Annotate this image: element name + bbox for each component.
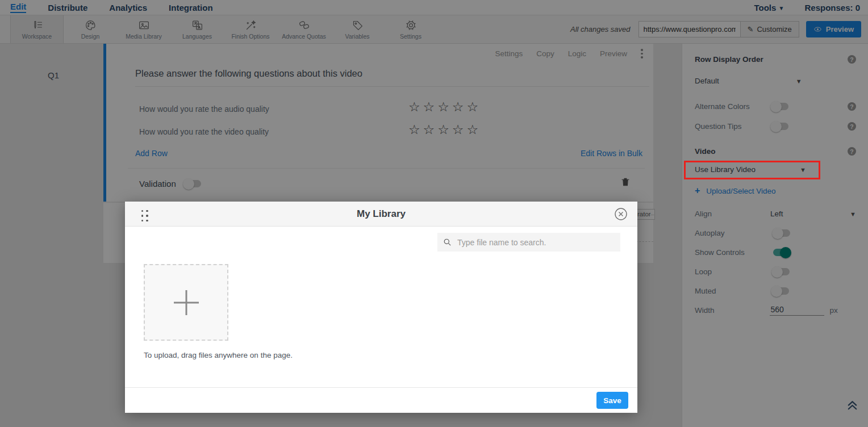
drag-handle-icon[interactable] xyxy=(140,208,149,223)
modal-footer: Save xyxy=(125,387,637,413)
plus-icon xyxy=(169,286,203,320)
search-input[interactable] xyxy=(456,237,615,248)
close-icon[interactable] xyxy=(614,207,628,221)
upload-hint-text: To upload, drag files anywhere on the pa… xyxy=(144,351,293,359)
upload-file-tile[interactable] xyxy=(144,264,228,341)
questionpro-edit-screen: Edit Distribute Analytics Integration To… xyxy=(0,0,868,427)
my-library-modal: My Library To upload, drag files anywher… xyxy=(125,202,637,413)
library-search xyxy=(437,233,620,252)
modal-title: My Library xyxy=(125,208,637,220)
search-icon xyxy=(443,238,452,246)
modal-header: My Library xyxy=(125,202,637,227)
save-button[interactable]: Save xyxy=(596,392,628,409)
